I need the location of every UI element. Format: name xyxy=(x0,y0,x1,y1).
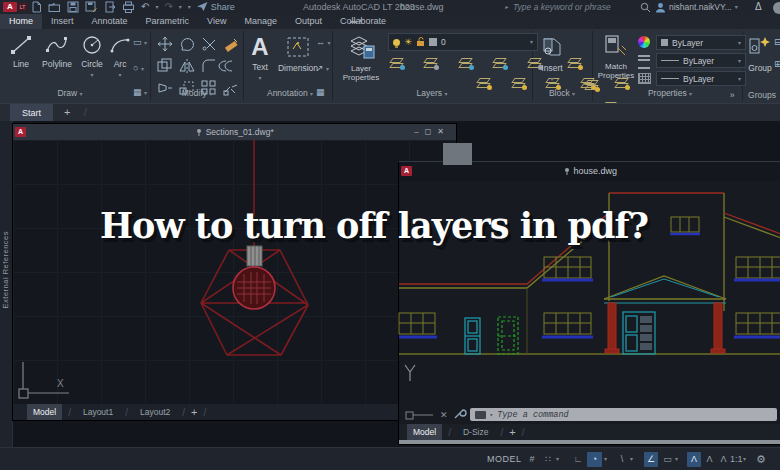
dimension-tool[interactable]: Dimension xyxy=(276,35,320,73)
search-icon[interactable] xyxy=(640,2,651,13)
customize-wrench-icon[interactable] xyxy=(453,409,465,420)
autocad-logo-icon[interactable]: A xyxy=(3,2,17,12)
start-tab[interactable]: Start xyxy=(10,104,53,122)
trim-tool-icon[interactable] xyxy=(201,36,217,52)
close-button[interactable]: ✕ xyxy=(437,127,450,136)
pin-icon[interactable] xyxy=(195,128,203,136)
fillet-tool-icon[interactable] xyxy=(201,58,217,74)
modify-panel-label[interactable]: Modify ▾ xyxy=(165,88,229,100)
object-color-dropdown[interactable]: ByLayer ▾ xyxy=(656,35,746,50)
layer-dropdown-arrow-icon[interactable]: ▾ xyxy=(530,36,533,48)
layer-properties-button[interactable]: Layer Properties xyxy=(338,34,384,82)
open-folder-icon[interactable] xyxy=(48,1,61,13)
layout2-tab[interactable]: Layout2 xyxy=(134,404,176,420)
annotation-panel-label[interactable]: Annotation ▾ xyxy=(252,88,328,100)
scale-dropdown-icon[interactable]: ▾ xyxy=(743,452,746,467)
group-edit-tool[interactable]: ⊞ xyxy=(774,59,780,69)
new-file-icon[interactable] xyxy=(30,1,42,13)
snap-dropdown-icon[interactable]: ▾ xyxy=(556,452,559,467)
copy-tool-icon[interactable] xyxy=(157,58,173,74)
layer-unlock-icon[interactable] xyxy=(416,37,425,47)
sections-window-titlebar[interactable]: A Sections_01.dwg* –◻✕ xyxy=(13,124,456,140)
leader-tool[interactable]: ↗ ▾ xyxy=(316,63,329,75)
sections-model-tab[interactable]: Model xyxy=(27,404,62,420)
layer-isolate-tool[interactable] xyxy=(424,57,437,69)
polyline-tool[interactable]: Polyline xyxy=(38,35,76,69)
insert-flyout-icon[interactable]: ▾ xyxy=(538,73,566,85)
corner-avatar[interactable] xyxy=(773,2,780,14)
tab-insert[interactable]: Insert xyxy=(42,14,83,29)
line-tool[interactable]: Line xyxy=(6,35,36,69)
dynamic-input-icon[interactable]: ▭ xyxy=(661,452,674,467)
isometric-drafting-icon[interactable]: \ xyxy=(616,452,628,467)
tab-output[interactable]: Output xyxy=(286,14,331,29)
tab-view[interactable]: View xyxy=(198,14,235,29)
redo-button[interactable]: ↷ xyxy=(164,1,172,13)
text-flyout-icon[interactable]: ▾ xyxy=(248,72,272,84)
house-model-tab[interactable]: Model xyxy=(407,424,442,440)
polar-dropdown-icon[interactable]: ▾ xyxy=(604,452,607,467)
layer-freeze-tool[interactable] xyxy=(459,57,472,69)
properties-panel-label[interactable]: Properties ▾ xyxy=(630,88,710,100)
tab-collaborate[interactable]: Collaborate xyxy=(331,14,395,29)
ungroup-tool[interactable]: ⊟ xyxy=(774,37,780,47)
redo-dropdown-icon[interactable]: ▾ xyxy=(179,1,182,13)
maximize-button[interactable]: ◻ xyxy=(425,127,438,136)
group-button[interactable]: Group xyxy=(746,35,774,73)
draw-panel-label[interactable]: Draw ▾ xyxy=(40,88,100,100)
layer-unisolate-tool[interactable] xyxy=(512,77,525,89)
move-tool-icon[interactable] xyxy=(157,36,173,52)
layer-color-swatch[interactable] xyxy=(429,38,437,46)
tab-home[interactable]: Home xyxy=(0,14,42,29)
tab-manage[interactable]: Manage xyxy=(235,14,286,29)
erase-tool-icon[interactable] xyxy=(223,36,239,52)
minimize-button[interactable]: – xyxy=(414,127,424,136)
ortho-toggle-icon[interactable]: ∟ xyxy=(572,452,584,467)
rectangle-tool[interactable]: ▭ ▾ xyxy=(133,37,147,49)
object-snap-tracking-icon[interactable]: ∠ xyxy=(644,452,658,467)
new-layout-button[interactable]: + xyxy=(509,426,515,438)
snap-toggle-icon[interactable]: ∷ xyxy=(541,452,555,467)
layer-off-tool[interactable] xyxy=(390,57,403,69)
search-expand-icon[interactable]: ▸ xyxy=(505,1,508,13)
sections-drawing-viewport[interactable]: X xyxy=(13,140,456,404)
insert-block-button[interactable]: Insert ▾ xyxy=(538,35,566,85)
annotation-autoscale-icon[interactable]: Λ xyxy=(703,452,716,467)
command-history-icon[interactable] xyxy=(475,411,486,419)
layers-panel-label[interactable]: Layers ▾ xyxy=(400,88,464,100)
layer-on-icon[interactable] xyxy=(393,39,400,46)
user-account[interactable]: nishant.naikVY... ▾ xyxy=(655,1,738,13)
layer-dropdown[interactable]: ☀ 0 ▾ xyxy=(388,33,538,51)
hatch-tool[interactable]: ▦ ▾ xyxy=(133,87,147,99)
rotate-tool-icon[interactable] xyxy=(179,36,195,52)
help-search[interactable]: ▸ Type a keyword or phrase xyxy=(505,1,611,13)
create-block-tool[interactable] xyxy=(568,57,581,69)
new-layout-button[interactable]: + xyxy=(191,406,197,418)
ellipse-tool[interactable]: ○ ▾ xyxy=(133,63,144,75)
tab-parametric[interactable]: Parametric xyxy=(137,14,199,29)
layer-lock-tool[interactable] xyxy=(493,57,506,69)
autodesk-mark-icon[interactable]: Δ xyxy=(755,1,762,12)
qat-customize-icon[interactable]: ▾ xyxy=(188,1,191,13)
new-drawing-tab-button[interactable]: + xyxy=(64,106,70,118)
text-tool[interactable]: A Text ▾ xyxy=(248,34,272,84)
undo-button[interactable]: ↶ xyxy=(141,1,149,13)
circle-flyout-icon[interactable]: ▾ xyxy=(78,69,106,81)
undo-dropdown-icon[interactable]: ▾ xyxy=(155,1,158,13)
annotation-visibility-icon[interactable]: Λ xyxy=(687,452,701,467)
scrollbar-thumb[interactable] xyxy=(443,143,472,165)
ribbon-display-toggle[interactable]: ▬ ▾ xyxy=(350,17,362,25)
block-panel-label[interactable]: Block ▾ xyxy=(532,88,592,100)
polar-tracking-icon[interactable]: ◔ xyxy=(587,452,602,467)
user-dropdown-icon[interactable]: ▾ xyxy=(735,1,738,13)
offset-tool-icon[interactable] xyxy=(223,58,239,74)
linetype-dropdown[interactable]: ByLayer ▾ xyxy=(656,71,746,86)
command-input[interactable]: ▾ Type a command xyxy=(470,408,777,421)
d-size-tab[interactable]: D-Size xyxy=(457,424,495,440)
lineweight-dropdown[interactable]: ByLayer ▾ xyxy=(656,53,746,68)
dyninput-dropdown-icon[interactable]: ▾ xyxy=(675,452,678,467)
annotation-scale-icon[interactable]: Λ xyxy=(717,452,730,467)
grid-toggle-icon[interactable]: # xyxy=(525,452,539,467)
properties-expand-icon[interactable]: » xyxy=(726,90,738,100)
layer-on-all-tool[interactable] xyxy=(477,77,490,89)
